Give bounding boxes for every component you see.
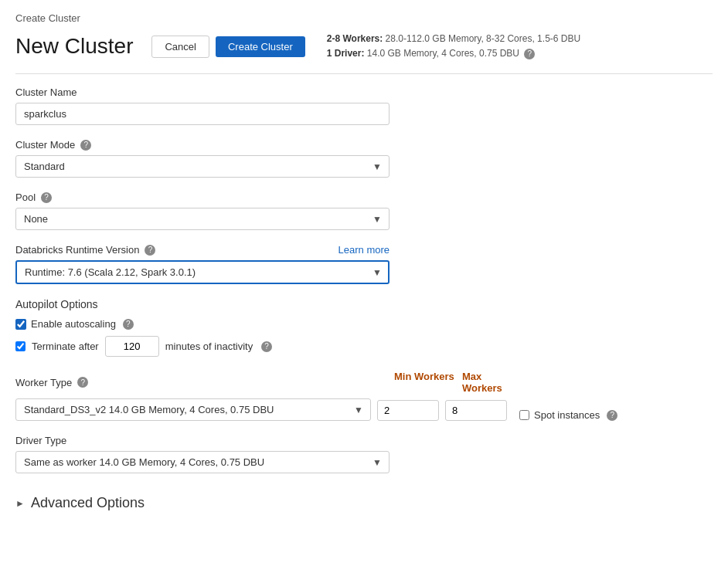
- worker-type-wrapper: Standard_DS3_v2 14.0 GB Memory, 4 Cores,…: [15, 398, 371, 421]
- worker-label-row: Worker Type ? Min Workers Max Workers: [15, 371, 713, 394]
- driver-type-wrapper: Same as worker 14.0 GB Memory, 4 Cores, …: [15, 451, 390, 473]
- pool-label: Pool ?: [15, 192, 713, 203]
- runtime-section: Databricks Runtime Version ? Learn more …: [15, 244, 713, 284]
- cluster-name-input[interactable]: [15, 103, 390, 125]
- full-worker-row: Standard_DS3_v2 14.0 GB Memory, 4 Cores,…: [15, 398, 713, 421]
- runtime-label: Databricks Runtime Version ?: [15, 244, 155, 256]
- pool-info-icon[interactable]: ?: [41, 192, 52, 203]
- terminate-info-icon[interactable]: ?: [261, 341, 272, 352]
- spot-instances-checkbox[interactable]: [519, 410, 529, 420]
- advanced-chevron-icon: ►: [15, 498, 25, 509]
- page-title: Create Cluster: [15, 12, 713, 24]
- enable-autoscaling-checkbox[interactable]: [15, 319, 26, 330]
- pool-wrapper: None ▼: [15, 208, 390, 230]
- worker-type-select[interactable]: Standard_DS3_v2 14.0 GB Memory, 4 Cores,…: [15, 398, 371, 421]
- cluster-mode-wrapper: Standard High Concurrency Single Node ▼: [15, 155, 390, 178]
- enable-autoscaling-label[interactable]: Enable autoscaling: [31, 318, 116, 330]
- spot-instances-label[interactable]: Spot instances: [534, 409, 600, 421]
- cancel-button[interactable]: Cancel: [151, 36, 209, 58]
- terminate-label[interactable]: Terminate after: [32, 341, 99, 352]
- workers-info-bold: 2-8 Workers:: [327, 33, 383, 44]
- runtime-wrapper: Runtime: 7.6 (Scala 2.12, Spark 3.0.1) ▼: [15, 260, 390, 284]
- min-workers-input[interactable]: [377, 400, 439, 421]
- autoscaling-info-icon[interactable]: ?: [123, 319, 134, 330]
- header-row: New Cluster Cancel Create Cluster 2-8 Wo…: [15, 32, 713, 74]
- cluster-name-section: Cluster Name: [15, 86, 713, 125]
- autopilot-section: Autopilot Options Enable autoscaling ? T…: [15, 298, 713, 357]
- driver-type-section: Driver Type Same as worker 14.0 GB Memor…: [15, 435, 713, 473]
- driver-info-icon[interactable]: ?: [524, 49, 535, 59]
- terminate-checkbox[interactable]: [15, 341, 26, 351]
- cluster-name-label: Cluster Name: [15, 86, 713, 98]
- runtime-label-row: Databricks Runtime Version ? Learn more: [15, 244, 390, 256]
- max-workers-col: [445, 400, 507, 421]
- advanced-options-section[interactable]: ► Advanced Options: [15, 489, 713, 517]
- min-workers-col: [377, 400, 439, 421]
- advanced-options-label: Advanced Options: [31, 495, 145, 511]
- terminate-input[interactable]: [105, 336, 159, 357]
- cluster-mode-info-icon[interactable]: ?: [80, 140, 91, 151]
- pool-section: Pool ? None ▼: [15, 192, 713, 230]
- terminate-suffix: minutes of inactivity: [165, 341, 253, 352]
- runtime-select[interactable]: Runtime: 7.6 (Scala 2.12, Spark 3.0.1): [15, 260, 390, 284]
- worker-type-label: Worker Type ?: [15, 377, 371, 388]
- spot-instances-row: Spot instances ?: [519, 409, 617, 421]
- workers-info: 2-8 Workers: 28.0-112.0 GB Memory, 8-32 …: [327, 32, 580, 46]
- driver-info: 1 Driver: 14.0 GB Memory, 4 Cores, 0.75 …: [327, 46, 580, 61]
- runtime-info-icon[interactable]: ?: [145, 245, 155, 256]
- driver-info-detail: 14.0 GB Memory, 4 Cores, 0.75 DBU: [367, 48, 519, 59]
- cluster-mode-label: Cluster Mode ?: [15, 139, 713, 151]
- max-workers-label: Max Workers: [462, 371, 524, 394]
- pool-select[interactable]: None: [15, 208, 390, 230]
- learn-more-link[interactable]: Learn more: [338, 244, 390, 256]
- worker-type-info-icon[interactable]: ?: [77, 377, 88, 388]
- cluster-info: 2-8 Workers: 28.0-112.0 GB Memory, 8-32 …: [327, 32, 580, 61]
- enable-autoscaling-row: Enable autoscaling ?: [15, 318, 713, 330]
- workers-info-detail: 28.0-112.0 GB Memory, 8-32 Cores, 1.5-6 …: [386, 33, 581, 44]
- worker-type-section: Worker Type ? Min Workers Max Workers St…: [15, 371, 713, 421]
- cluster-mode-section: Cluster Mode ? Standard High Concurrency…: [15, 139, 713, 178]
- header-actions: Cancel Create Cluster: [151, 36, 304, 58]
- driver-type-select[interactable]: Same as worker 14.0 GB Memory, 4 Cores, …: [15, 451, 390, 473]
- cluster-heading: New Cluster: [15, 34, 133, 59]
- min-workers-label: Min Workers: [394, 371, 456, 394]
- cluster-mode-select[interactable]: Standard High Concurrency Single Node: [15, 155, 390, 178]
- terminate-row: Terminate after minutes of inactivity ?: [15, 336, 713, 357]
- max-workers-input[interactable]: [445, 400, 507, 421]
- workers-count-labels: Min Workers Max Workers: [394, 371, 524, 394]
- spot-instances-info-icon[interactable]: ?: [607, 410, 617, 421]
- driver-type-label: Driver Type: [15, 435, 713, 446]
- autopilot-label: Autopilot Options: [15, 298, 713, 310]
- create-cluster-button[interactable]: Create Cluster: [216, 36, 305, 57]
- driver-info-bold: 1 Driver:: [327, 48, 365, 59]
